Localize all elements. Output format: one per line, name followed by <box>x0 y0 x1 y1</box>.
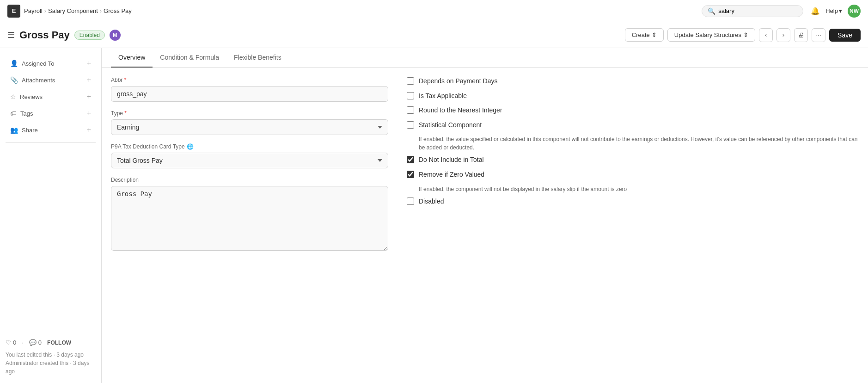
checkbox-remove-if-zero-valued: Remove if Zero Valued <box>407 170 859 179</box>
sidebar-item-attachments[interactable]: 📎 Attachments + <box>6 72 96 88</box>
do-not-include-in-total-checkbox[interactable] <box>407 156 414 163</box>
globe-icon: 🌐 <box>187 143 194 150</box>
share-icon: 👥 <box>10 126 18 134</box>
follow-button[interactable]: FOLLOW <box>47 340 71 346</box>
disabled-checkbox[interactable] <box>407 198 414 205</box>
save-button[interactable]: Save <box>829 29 861 42</box>
update-chevron-icon: ⇕ <box>743 31 748 38</box>
share-add-icon[interactable]: + <box>87 126 91 134</box>
description-textarea[interactable]: Gross Pay <box>111 186 388 251</box>
checkbox-statistical-component: Statistical Component <box>407 121 859 130</box>
create-label: Create <box>632 31 650 38</box>
tab-overview[interactable]: Overview <box>111 48 153 68</box>
form-content: Abbr * Type * Earning Deduction <box>102 68 868 270</box>
search-icon: 🔍 <box>708 7 715 15</box>
avatar[interactable]: NW <box>848 5 861 18</box>
sidebar-footer: ♡ 0 · 💬 0 FOLLOW You last edited this · … <box>6 334 96 376</box>
page-header: ☰ Gross Pay Enabled M Create ⇕ Update Sa… <box>0 22 868 48</box>
sidebar-divider <box>6 142 96 143</box>
p9a-label-wrapper: P9A Tax Deduction Card Type 🌐 <box>111 143 388 150</box>
p9a-group: P9A Tax Deduction Card Type 🌐 Total Gros… <box>111 143 388 168</box>
created-line: Administrator created this · 3 days ago <box>6 359 96 376</box>
like-comment-bar: ♡ 0 · 💬 0 FOLLOW <box>6 339 96 346</box>
form-right: Depends on Payment Days Is Tax Applicabl… <box>407 77 859 260</box>
help-button[interactable]: Help ▾ <box>825 7 842 14</box>
sidebar-label-share: Share <box>22 127 38 134</box>
next-button[interactable]: › <box>776 28 790 42</box>
abbr-input[interactable] <box>111 86 388 102</box>
p9a-select[interactable]: Total Gross Pay Basic Salary Housing <box>111 153 388 168</box>
assigned-to-icon: 👤 <box>10 60 18 67</box>
depends-on-payment-days-checkbox[interactable] <box>407 77 414 85</box>
tab-flexible-benefits[interactable]: Flexible Benefits <box>226 48 289 68</box>
top-nav: E Payroll › Salary Component › Gross Pay… <box>0 0 868 22</box>
breadcrumb-salary-component[interactable]: Salary Component <box>48 7 98 14</box>
checkbox-do-not-include-in-total: Do Not Include in Total <box>407 155 859 165</box>
sidebar-item-assigned-to[interactable]: 👤 Assigned To + <box>6 56 96 71</box>
sidebar-label-tags: Tags <box>20 110 33 117</box>
main-layout: 👤 Assigned To + 📎 Attachments + ☆ Review… <box>0 48 868 383</box>
prev-button[interactable]: ‹ <box>759 28 773 42</box>
print-button[interactable]: 🖨 <box>794 28 808 42</box>
checkbox-round-to-nearest-integer: Round to the Nearest Integer <box>407 106 859 115</box>
nav-icons: 🔔 Help ▾ NW <box>811 5 861 18</box>
breadcrumb-sep-1: › <box>44 7 46 14</box>
attachments-add-icon[interactable]: + <box>87 76 91 84</box>
like-count: 0 <box>13 339 16 346</box>
breadcrumb: Payroll › Salary Component › Gross Pay <box>24 7 132 14</box>
depends-on-payment-days-label: Depends on Payment Days <box>419 77 497 86</box>
checkbox-disabled: Disabled <box>407 197 859 206</box>
sidebar-item-reviews[interactable]: ☆ Reviews + <box>6 89 96 105</box>
breadcrumb-sep-2: › <box>100 7 102 14</box>
app-icon[interactable]: E <box>7 5 20 18</box>
sidebar-item-share[interactable]: 👥 Share + <box>6 122 96 138</box>
attachments-icon: 📎 <box>10 76 18 84</box>
comment-button[interactable]: 💬 0 <box>29 339 42 346</box>
is-tax-applicable-checkbox[interactable] <box>407 92 414 99</box>
type-select-wrapper: Earning Deduction <box>111 119 388 135</box>
tags-add-icon[interactable]: + <box>87 109 91 117</box>
search-bar: 🔍 <box>702 5 803 17</box>
update-salary-structures-button[interactable]: Update Salary Structures ⇕ <box>667 28 755 42</box>
checkbox-depends-on-payment-days: Depends on Payment Days <box>407 77 859 86</box>
sidebar-label-attachments: Attachments <box>22 77 55 84</box>
notification-icon[interactable]: 🔔 <box>811 6 820 15</box>
assigned-to-add-icon[interactable]: + <box>87 59 91 68</box>
sidebar: 👤 Assigned To + 📎 Attachments + ☆ Review… <box>0 48 102 383</box>
statistical-component-checkbox[interactable] <box>407 121 414 129</box>
do-not-include-in-total-label: Do Not Include in Total <box>419 155 484 165</box>
create-button[interactable]: Create ⇕ <box>625 28 664 42</box>
tab-condition-formula[interactable]: Condition & Formula <box>153 48 226 68</box>
reviews-icon: ☆ <box>10 93 16 100</box>
m-badge: M <box>110 30 121 41</box>
breadcrumb-payroll[interactable]: Payroll <box>24 7 43 14</box>
p9a-label-text: P9A Tax Deduction Card Type <box>111 143 185 150</box>
p9a-select-wrapper: Total Gross Pay Basic Salary Housing <box>111 153 388 168</box>
type-select[interactable]: Earning Deduction <box>111 119 388 135</box>
comment-count: 0 <box>38 339 42 346</box>
more-button[interactable]: ··· <box>812 28 825 42</box>
comment-icon: 💬 <box>29 339 37 346</box>
description-label: Description <box>111 177 388 183</box>
remove-if-zero-valued-label: Remove if Zero Valued <box>419 170 484 179</box>
remove-if-zero-valued-description: If enabled, the component will not be di… <box>419 185 859 193</box>
create-chevron-icon: ⇕ <box>652 31 657 38</box>
update-salary-label: Update Salary Structures <box>674 31 741 38</box>
content-area: Overview Condition & Formula Flexible Be… <box>102 48 868 383</box>
tags-icon: 🏷 <box>10 110 17 117</box>
like-button[interactable]: ♡ 0 <box>6 339 16 346</box>
disabled-label: Disabled <box>419 197 444 206</box>
reviews-add-icon[interactable]: + <box>87 93 91 101</box>
last-edited-line: You last edited this · 3 days ago <box>6 351 96 359</box>
hamburger-button[interactable]: ☰ <box>7 30 15 40</box>
type-label: Type * <box>111 110 388 117</box>
description-group: Description Gross Pay <box>111 177 388 252</box>
help-label: Help <box>825 7 838 14</box>
search-input[interactable] <box>718 7 788 14</box>
remove-if-zero-valued-checkbox[interactable] <box>407 171 414 178</box>
type-group: Type * Earning Deduction <box>111 110 388 135</box>
sidebar-item-tags[interactable]: 🏷 Tags + <box>6 105 96 121</box>
heart-icon: ♡ <box>6 339 11 346</box>
sidebar-label-reviews: Reviews <box>20 93 43 100</box>
round-to-nearest-integer-checkbox[interactable] <box>407 106 414 114</box>
